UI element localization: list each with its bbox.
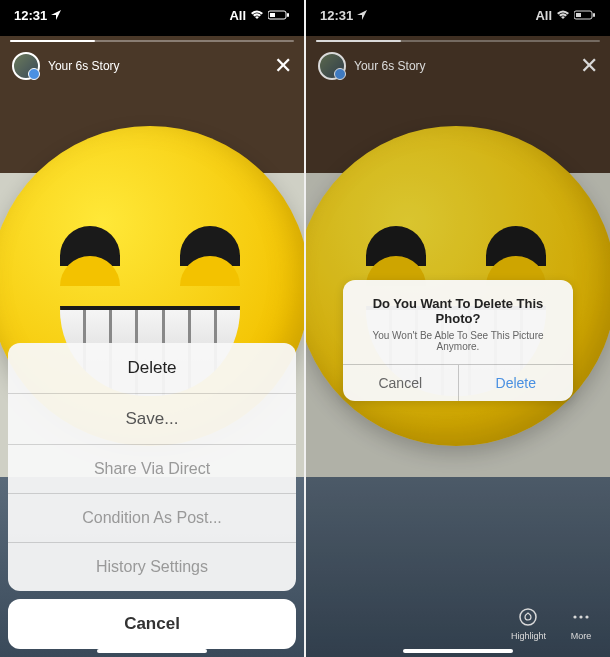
phone-left: 12:31 All Your 6s Story ✕ <box>0 0 304 657</box>
story-title: Your 6s Story <box>354 59 426 73</box>
story-progress <box>10 40 294 42</box>
highlight-button[interactable]: Highlight <box>511 606 546 641</box>
story-header: Your 6s Story ✕ <box>306 52 610 80</box>
status-bar: 12:31 All <box>306 0 610 30</box>
avatar[interactable] <box>12 52 40 80</box>
svg-rect-5 <box>593 13 595 17</box>
cancel-button[interactable]: Cancel <box>8 599 296 649</box>
action-story-settings[interactable]: History Settings <box>8 543 296 591</box>
location-icon <box>357 8 367 23</box>
highlight-label: Highlight <box>511 631 546 641</box>
alert-delete-button[interactable]: Delete <box>459 365 574 401</box>
action-share-direct[interactable]: Share Via Direct <box>8 445 296 494</box>
delete-alert: Do You Want To Delete This Photo? You Wo… <box>343 280 573 401</box>
status-time: 12:31 <box>320 8 353 23</box>
battery-icon <box>574 8 596 23</box>
action-sheet: Delete Save... Share Via Direct Conditio… <box>8 343 296 649</box>
more-label: More <box>571 631 592 641</box>
alert-message: You Won't Be Able To See This Picture An… <box>355 330 561 352</box>
more-button[interactable]: More <box>570 606 592 641</box>
phone-right: 12:31 All Your 6s Story ✕ <box>306 0 610 657</box>
action-save[interactable]: Save... <box>8 394 296 445</box>
highlight-icon <box>517 606 539 628</box>
wifi-icon <box>556 8 570 23</box>
story-progress <box>316 40 600 42</box>
location-icon <box>51 8 61 23</box>
svg-rect-2 <box>287 13 289 17</box>
action-share-as-post[interactable]: Condition As Post... <box>8 494 296 543</box>
close-icon[interactable]: ✕ <box>580 53 598 79</box>
home-indicator[interactable] <box>97 649 207 653</box>
wifi-icon <box>250 8 264 23</box>
svg-point-8 <box>579 615 582 618</box>
close-icon[interactable]: ✕ <box>274 53 292 79</box>
svg-point-6 <box>520 609 536 625</box>
carrier-label: All <box>535 8 552 23</box>
more-icon <box>570 606 592 628</box>
svg-rect-1 <box>270 13 275 17</box>
story-title: Your 6s Story <box>48 59 120 73</box>
svg-point-7 <box>573 615 576 618</box>
status-time: 12:31 <box>14 8 47 23</box>
carrier-label: All <box>229 8 246 23</box>
alert-title: Do You Want To Delete This Photo? <box>355 296 561 326</box>
home-indicator[interactable] <box>403 649 513 653</box>
alert-cancel-button[interactable]: Cancel <box>343 365 459 401</box>
story-header: Your 6s Story ✕ <box>0 52 304 80</box>
story-toolbar: Highlight More <box>511 606 592 641</box>
svg-point-9 <box>585 615 588 618</box>
status-bar: 12:31 All <box>0 0 304 30</box>
avatar[interactable] <box>318 52 346 80</box>
battery-icon <box>268 8 290 23</box>
action-delete[interactable]: Delete <box>8 343 296 394</box>
svg-rect-4 <box>576 13 581 17</box>
